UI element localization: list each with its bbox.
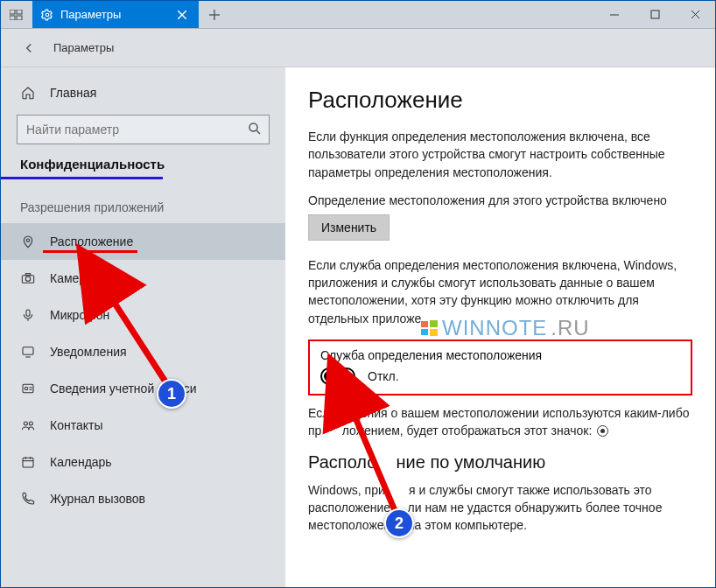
call-history-icon [20,491,36,507]
svg-rect-3 [17,16,22,20]
calendar-icon [20,454,36,470]
annotation-underline [43,250,137,253]
location-icon [20,234,36,249]
new-tab-button[interactable] [199,1,230,28]
sidebar-item-account-info[interactable]: Сведения учетной записи [1,370,285,407]
svg-rect-2 [10,16,15,20]
svg-line-14 [256,130,260,134]
close-button[interactable] [675,1,715,28]
sidebar-item-label: Календарь [50,455,112,469]
sidebar-item-calendar[interactable]: Календарь [1,444,285,480]
toggle-label: Служба определения местоположения [320,348,680,362]
tab-close-button[interactable] [174,7,190,23]
titlebar: Параметры [1,1,715,29]
svg-point-24 [29,422,32,425]
sidebar: Главная Конфиденциальность Разрешения пр… [1,67,285,588]
annotation-highlight-box: Служба определения местоположения Откл. [308,340,692,396]
svg-rect-20 [23,347,33,355]
location-tray-icon [597,425,608,437]
minimize-button[interactable] [594,1,635,28]
taskview-icon[interactable] [1,1,32,28]
account-icon [20,381,36,396]
gear-icon [41,9,53,21]
back-button[interactable] [17,36,41,60]
sidebar-home[interactable]: Главная [1,74,285,111]
sidebar-item-label: Журнал вызовов [50,492,145,506]
sidebar-item-label: Контакты [50,418,102,432]
sidebar-item-location[interactable]: Расположение [1,223,285,260]
page-title: Расположение [308,87,692,114]
microphone-icon [20,307,36,323]
sidebar-section-title: Разрешения приложений [1,188,285,223]
sidebar-item-label: Камера [50,271,93,285]
toggle-state-label: Откл. [368,369,399,383]
home-icon [20,85,36,101]
svg-point-4 [46,13,49,17]
sidebar-item-contacts[interactable]: Контакты [1,407,285,444]
device-location-status: Определение местоположения для этого уст… [308,193,692,207]
svg-rect-0 [10,10,15,14]
service-paragraph: Если служба определения местоположения в… [308,256,692,327]
breadcrumb: Параметры [53,41,114,54]
svg-point-13 [249,123,257,131]
sidebar-item-label: Расположение [50,234,133,248]
svg-point-15 [26,239,29,242]
svg-rect-19 [26,310,30,316]
notifications-icon [20,344,36,360]
content-pane: Расположение Если функция определения ме… [285,67,715,588]
usage-paragraph: Есл дения о вашем местоположении использ… [308,404,692,440]
tab-title: Параметры [60,8,167,21]
svg-rect-25 [23,458,33,467]
svg-rect-1 [17,10,22,14]
search-icon [247,121,263,136]
active-tab[interactable]: Параметры [32,1,199,28]
breadcrumb-row: Параметры [1,29,715,67]
sidebar-item-notifications[interactable]: Уведомления [1,333,285,370]
svg-point-23 [24,422,27,425]
change-button[interactable]: Изменить [308,214,390,241]
sidebar-item-label: Микрофон [50,308,109,322]
camera-icon [20,270,36,286]
default-location-heading: Располо ние по умолчанию [308,452,692,472]
svg-rect-18 [25,274,30,276]
sidebar-item-microphone[interactable]: Микрофон [1,297,285,333]
intro-paragraph: Если функция определения местоположения … [308,128,692,181]
sidebar-item-label: Сведения учетной записи [50,382,197,396]
svg-rect-10 [651,10,659,18]
sidebar-item-camera[interactable]: Камера [1,260,285,297]
contacts-icon [20,417,36,433]
location-service-toggle[interactable] [320,368,355,385]
toggle-knob [324,371,334,382]
maximize-button[interactable] [635,1,675,28]
sidebar-item-call-history[interactable]: Журнал вызовов [1,480,285,517]
window-controls [594,1,715,28]
search-input[interactable] [17,115,270,144]
sidebar-item-label: Уведомления [50,345,127,359]
svg-point-17 [25,276,30,281]
cursor-icon [348,378,361,394]
svg-point-22 [25,387,27,389]
search-box[interactable] [17,115,270,144]
sidebar-home-label: Главная [50,86,96,100]
sidebar-category: Конфиденциальность [1,157,163,179]
default-location-paragraph: Windows, при я и службы смогут также исп… [308,481,692,535]
